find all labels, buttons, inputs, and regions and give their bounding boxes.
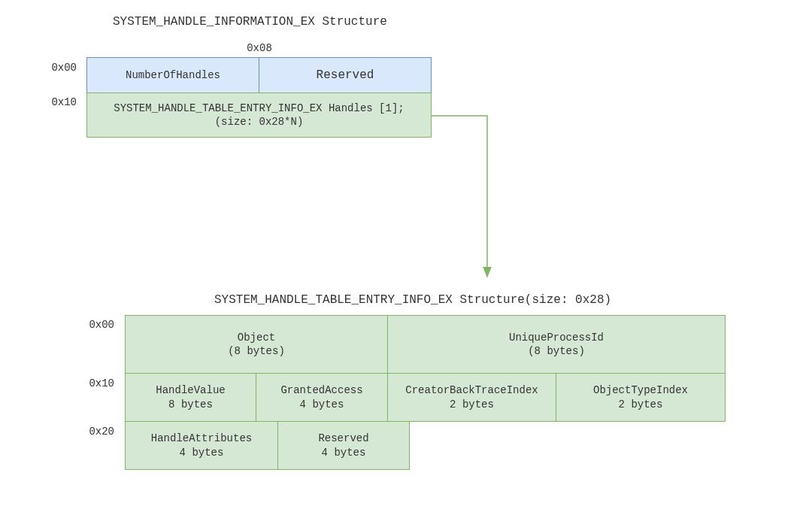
cell-sublabel: 2 bytes bbox=[450, 398, 494, 411]
cell-handle-value: HandleValue 8 bytes bbox=[125, 373, 256, 422]
cell-label: Reserved bbox=[318, 432, 368, 445]
cell-label: HandleAttributes bbox=[151, 432, 252, 445]
struct2-offset-0x00: 0x00 bbox=[84, 319, 114, 331]
cell-creator-back-trace-index: CreatorBackTraceIndex 2 bytes bbox=[387, 373, 556, 422]
cell-sublabel: 2 bytes bbox=[619, 398, 663, 411]
cell-label: UniqueProcessId bbox=[509, 331, 604, 344]
cell-label: HandleValue bbox=[156, 383, 225, 397]
cell-handles-array: SYSTEM_HANDLE_TABLE_ENTRY_INFO_EX Handle… bbox=[86, 92, 432, 138]
cell-unique-process-id: UniqueProcessId (8 bytes) bbox=[387, 315, 726, 374]
cell-sublabel: 4 bytes bbox=[180, 446, 224, 459]
struct2-offset-0x20: 0x20 bbox=[84, 426, 114, 438]
cell-reserved-bottom: Reserved 4 bytes bbox=[277, 421, 410, 470]
cell-label: NumberOfHandles bbox=[126, 68, 220, 82]
cell-handle-attributes: HandleAttributes 4 bytes bbox=[125, 421, 278, 470]
cell-number-of-handles: NumberOfHandles bbox=[86, 57, 259, 93]
struct1-offset-0x00: 0x00 bbox=[47, 62, 77, 74]
cell-label: SYSTEM_HANDLE_TABLE_ENTRY_INFO_EX Handle… bbox=[114, 101, 404, 115]
cell-sublabel: 4 bytes bbox=[300, 398, 344, 411]
cell-label: Object bbox=[238, 331, 275, 344]
cell-object: Object (8 bytes) bbox=[125, 315, 388, 374]
struct2-title: SYSTEM_HANDLE_TABLE_ENTRY_INFO_EX Struct… bbox=[214, 293, 611, 307]
cell-sublabel: 8 bytes bbox=[168, 398, 213, 411]
diagram-canvas: SYSTEM_HANDLE_INFORMATION_EX Structure 0… bbox=[0, 0, 812, 515]
cell-label: GrantedAccess bbox=[280, 383, 362, 397]
cell-label: ObjectTypeIndex bbox=[593, 383, 688, 397]
cell-reserved-top: Reserved bbox=[259, 57, 432, 93]
struct1-title: SYSTEM_HANDLE_INFORMATION_EX Structure bbox=[113, 15, 387, 29]
cell-label: CreatorBackTraceIndex bbox=[405, 383, 538, 397]
struct1-offset-0x10: 0x10 bbox=[47, 96, 77, 108]
cell-object-type-index: ObjectTypeIndex 2 bytes bbox=[556, 373, 726, 422]
cell-sublabel: (8 bytes) bbox=[228, 344, 285, 358]
struct1-col-label: 0x08 bbox=[237, 42, 282, 54]
cell-label: Reserved bbox=[317, 68, 374, 83]
cell-sublabel: 4 bytes bbox=[322, 446, 366, 459]
cell-granted-access: GrantedAccess 4 bytes bbox=[256, 373, 388, 422]
cell-sublabel: (8 bytes) bbox=[528, 344, 585, 358]
struct2-offset-0x10: 0x10 bbox=[84, 377, 114, 389]
cell-sublabel: (size: 0x28*N) bbox=[215, 115, 304, 129]
